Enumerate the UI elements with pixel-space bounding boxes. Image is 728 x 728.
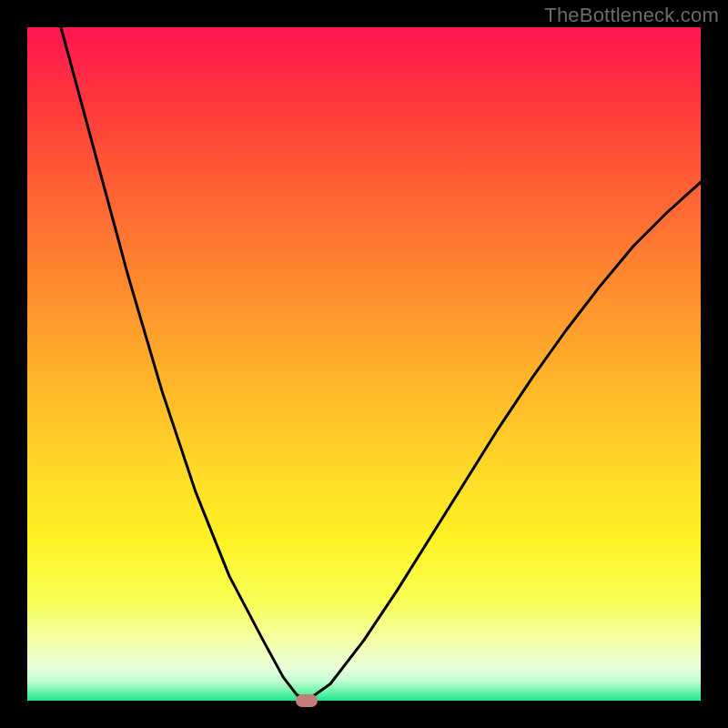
curve-left-branch: [61, 27, 307, 701]
curve-right-branch: [307, 182, 701, 701]
bottleneck-curve: [27, 27, 701, 701]
attribution-text: TheBottleneck.com: [544, 4, 719, 27]
optimum-marker: [296, 694, 318, 707]
chart-frame: TheBottleneck.com: [0, 0, 728, 728]
